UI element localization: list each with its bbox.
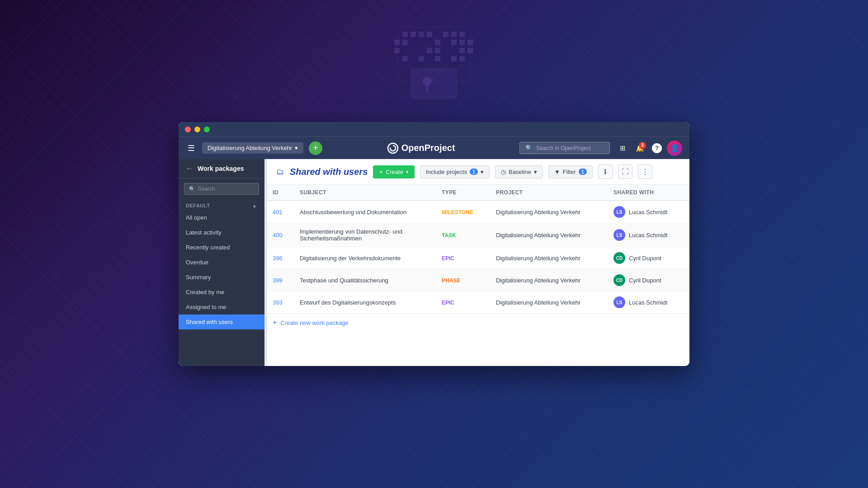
- filter-label: Filter: [563, 169, 576, 175]
- col-type[interactable]: Type: [436, 185, 491, 201]
- include-projects-count: 1: [470, 169, 478, 175]
- filter-count: 1: [579, 169, 587, 175]
- cell-subject: Entwurf des Digitalisierungskonzepts: [294, 291, 436, 314]
- svg-rect-15: [427, 48, 432, 53]
- sidebar-item-created-by-me[interactable]: Created by me: [179, 285, 264, 300]
- cell-subject: Implementierung von Datenschutz- und Sic…: [294, 223, 436, 247]
- cell-type: MILESTONE: [436, 201, 491, 223]
- sidebar-collapse-icon[interactable]: ▲: [252, 203, 257, 208]
- traffic-light-red[interactable]: [185, 127, 191, 132]
- cell-type: EPIC: [436, 247, 491, 269]
- svg-rect-21: [435, 56, 440, 61]
- sidebar-item-assigned-to-me[interactable]: Assigned to me: [179, 300, 264, 314]
- table-row: 396 Digitalisierung der Verkehrsdokument…: [267, 247, 689, 269]
- work-package-id-link[interactable]: 399: [273, 277, 283, 284]
- sidebar-item-label: All open: [186, 214, 207, 221]
- search-icon: 🔍: [525, 145, 533, 151]
- help-button[interactable]: ?: [650, 141, 664, 155]
- more-options-icon: ⋮: [642, 168, 649, 176]
- type-badge: MILESTONE: [442, 209, 473, 216]
- baseline-chevron: ▾: [534, 169, 537, 175]
- col-shared-with[interactable]: Shared With: [608, 185, 689, 201]
- grid-menu-button[interactable]: ⊞: [615, 141, 630, 155]
- svg-rect-24: [410, 68, 458, 99]
- info-button[interactable]: ℹ: [598, 164, 613, 179]
- cell-type: EPIC: [436, 291, 491, 314]
- svg-rect-18: [467, 48, 473, 53]
- work-package-id-link[interactable]: 396: [273, 255, 283, 262]
- sidebar-item-label: Recently created: [186, 244, 230, 251]
- sidebar-back-button[interactable]: ←: [186, 164, 193, 173]
- fullscreen-button[interactable]: ⛶: [618, 164, 632, 179]
- project-name: Digitalisierung Abteilung Verkehr: [208, 145, 292, 151]
- table-header-row: ID Subject Type Project Shared With: [267, 185, 689, 201]
- work-package-id-link[interactable]: 401: [273, 209, 283, 216]
- sidebar-item-label: Assigned to me: [186, 304, 226, 310]
- user-avatar: LS: [613, 229, 625, 241]
- type-badge: TASK: [442, 232, 456, 239]
- cell-id: 396: [267, 247, 294, 269]
- user-name: Lucas Schmidt: [629, 209, 667, 216]
- sidebar-item-overdue[interactable]: Overdue: [179, 255, 264, 270]
- svg-rect-1: [402, 32, 408, 37]
- browser-window: ☰ Digitalisierung Abteilung Verkehr ▾ + …: [179, 122, 689, 366]
- user-name: Lucas Schmidt: [629, 299, 667, 306]
- cell-project: Digitalisierung Abteilung Verkehr: [491, 291, 608, 314]
- cell-shared-with: LS Lucas Schmidt: [608, 201, 689, 223]
- hamburger-menu-icon[interactable]: ☰: [186, 141, 197, 155]
- sidebar-item-label: Summary: [186, 274, 211, 281]
- svg-rect-20: [419, 56, 424, 61]
- create-button[interactable]: + Create ▾: [373, 165, 415, 178]
- baseline-button[interactable]: ◷ Baseline ▾: [495, 165, 543, 178]
- col-subject[interactable]: Subject: [294, 185, 436, 201]
- cell-type: TASK: [436, 223, 491, 247]
- col-id[interactable]: ID: [267, 185, 294, 201]
- sidebar-item-summary[interactable]: Summary: [179, 270, 264, 285]
- include-projects-chevron: ▾: [481, 169, 484, 175]
- work-package-id-link[interactable]: 393: [273, 299, 283, 306]
- cell-project: Digitalisierung Abteilung Verkehr: [491, 223, 608, 247]
- topnav-icons: ⊞ 🔔 3 ? 👤: [615, 141, 682, 156]
- svg-rect-11: [451, 40, 457, 45]
- user-avatar: CD: [613, 274, 625, 286]
- include-projects-button[interactable]: Include projects 1 ▾: [420, 165, 490, 178]
- more-options-button[interactable]: ⋮: [638, 164, 652, 179]
- notifications-button[interactable]: 🔔 3: [632, 141, 647, 155]
- sidebar-item-recently-created[interactable]: Recently created: [179, 240, 264, 255]
- sidebar-item-label: Shared with users: [186, 319, 233, 325]
- content-title: Shared with users: [290, 167, 368, 177]
- content-header: 🗂 Shared with users + Create ▾ Include p…: [267, 159, 689, 185]
- col-project[interactable]: Project: [491, 185, 608, 201]
- user-avatar: CD: [613, 252, 625, 264]
- main-area: ← Work packages 🔍 Search DEFAULT ▲ All o…: [179, 159, 689, 366]
- traffic-light-yellow[interactable]: [194, 127, 200, 132]
- sidebar-search[interactable]: 🔍 Search: [184, 183, 259, 195]
- svg-rect-7: [459, 32, 465, 37]
- project-selector[interactable]: Digitalisierung Abteilung Verkehr ▾: [202, 142, 303, 154]
- svg-rect-5: [443, 32, 448, 37]
- quick-add-button[interactable]: +: [309, 141, 322, 155]
- create-new-work-package[interactable]: + Create new work package: [267, 314, 689, 331]
- work-package-id-link[interactable]: 400: [273, 232, 283, 239]
- cell-shared-with: LS Lucas Schmidt: [608, 291, 689, 314]
- cell-id: 401: [267, 201, 294, 223]
- work-packages-table-wrap: ID Subject Type Project Shared With 401 …: [267, 185, 689, 366]
- sidebar-item-shared-with-users[interactable]: Shared with users: [179, 314, 264, 329]
- type-badge: EPIC: [442, 255, 454, 262]
- sidebar-item-label: Created by me: [186, 289, 224, 296]
- svg-rect-25: [423, 77, 432, 86]
- sidebar-item-latest-activity[interactable]: Latest activity: [179, 225, 264, 240]
- search-placeholder: Search in OpenProject: [536, 145, 591, 151]
- user-name: Cyril Dupont: [629, 277, 661, 284]
- user-cell: LS Lucas Schmidt: [613, 206, 684, 218]
- sidebar-item-all-open[interactable]: All open: [179, 210, 264, 225]
- sidebar-search-wrap: 🔍 Search: [179, 178, 264, 199]
- sidebar-item-label: Overdue: [186, 259, 208, 266]
- traffic-light-green[interactable]: [204, 127, 210, 132]
- global-search[interactable]: 🔍 Search in OpenProject: [519, 142, 610, 154]
- filter-button[interactable]: ▼ Filter 1: [548, 165, 593, 178]
- user-avatar-button[interactable]: 👤: [667, 141, 682, 156]
- cell-id: 393: [267, 291, 294, 314]
- user-name: Lucas Schmidt: [629, 232, 667, 239]
- cell-subject: Abschlussbewertung und Dokumentation: [294, 201, 436, 223]
